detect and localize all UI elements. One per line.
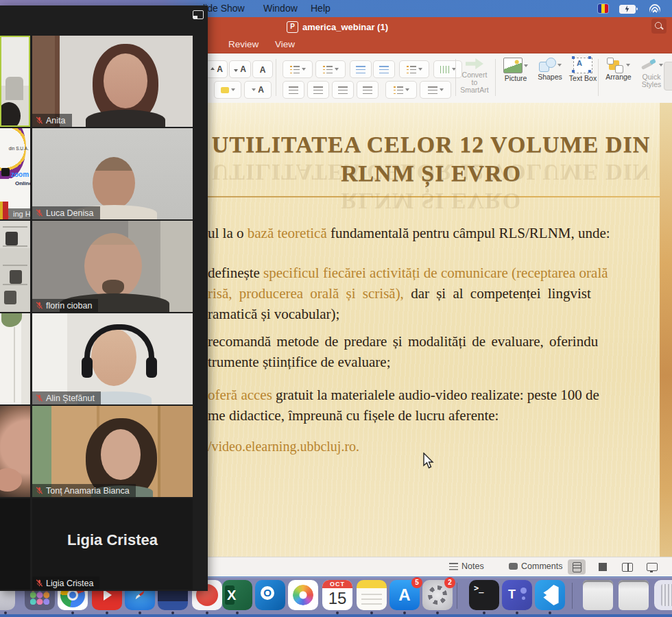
muted-mic-icon [36, 209, 43, 217]
dock-minimized-window[interactable] [619, 580, 649, 610]
line-spacing-button[interactable] [399, 60, 429, 78]
muted-mic-icon [3, 210, 10, 218]
gallery-view-icon[interactable] [193, 10, 204, 19]
align-text-button[interactable] [420, 81, 451, 99]
running-indicator [139, 612, 141, 614]
dock-icon-system-settings[interactable]: 2 [422, 580, 453, 610]
arrange-button[interactable]: Arrange [602, 58, 635, 97]
dock-icon-terminal[interactable] [469, 580, 499, 610]
align-right-button[interactable] [332, 81, 354, 99]
slide-text-line: recomandă metode de predare și modalităț… [208, 333, 598, 350]
running-indicator [483, 612, 485, 614]
arrange-icon [607, 58, 625, 72]
slide-sorter-button[interactable] [594, 559, 612, 574]
align-left-button[interactable] [283, 81, 304, 99]
slide-canvas: UTILITATEA CELOR 12 VOLUME DIN UTILITATE… [202, 103, 660, 557]
running-indicator [403, 612, 406, 614]
slide-text-line: risă, producerea orală și scrisă), dar ș… [208, 285, 591, 302]
menu-item-window[interactable]: Window [263, 3, 298, 14]
quick-styles-button[interactable]: Quick Styles [635, 58, 668, 97]
normal-view-button[interactable] [568, 559, 586, 574]
dock-icon-teams[interactable] [502, 580, 532, 610]
dock-icon-app-store[interactable]: 5 [389, 580, 420, 610]
participant-video[interactable]: Anita [32, 36, 193, 127]
wifi-icon[interactable] [649, 4, 661, 13]
dock-minimized-window[interactable] [583, 580, 613, 610]
logo-square [1, 168, 10, 176]
grow-font-button[interactable] [206, 60, 228, 78]
slide-text-line: trumente științifice de evaluare; [208, 354, 390, 371]
participant-video-partial[interactable] [0, 313, 30, 404]
quick-styles-icon [640, 58, 658, 72]
participant-label: florin cioban [32, 299, 98, 312]
participant-label: Alin Ștefănut [32, 391, 101, 404]
dock-icon-trash[interactable] [654, 580, 672, 610]
participant-video-partial[interactable] [0, 36, 30, 127]
shapes-icon [538, 58, 556, 72]
slide-title-line2: RLNM ȘI EVRO [202, 160, 660, 186]
desktop: america_webinar (1) Review View [0, 0, 672, 617]
menu-item-help[interactable]: Help [311, 3, 331, 14]
participant-video-partial[interactable]: din S.U.A. zoom Online ing H... [0, 128, 30, 219]
participant-video-partial[interactable] [0, 406, 30, 497]
participant-video-partial [0, 498, 30, 590]
tab-view[interactable]: View [275, 39, 295, 49]
menu-item-slide-show[interactable]: lide Show [203, 3, 245, 14]
slide-text-line: ramatică și vocabular); [208, 306, 339, 323]
comments-icon [509, 563, 518, 570]
dock-icon-outlook[interactable] [255, 580, 285, 610]
slide-url-line: /video.elearning.ubbcluj.ro. [208, 439, 359, 455]
participant-video[interactable]: Luca Denisa [32, 128, 193, 219]
shapes-button[interactable]: Shapes [533, 58, 566, 97]
numbering-button[interactable] [315, 60, 346, 78]
clear-formatting-button[interactable] [252, 60, 273, 78]
dock-icon-photos[interactable] [288, 580, 318, 610]
text-direction-button[interactable] [385, 81, 417, 99]
dock-icon-excel[interactable] [222, 580, 252, 610]
bullets-button[interactable] [283, 60, 313, 78]
settings-badge: 2 [444, 577, 455, 588]
normal-view-icon [573, 562, 581, 572]
participant-video[interactable]: florin cioban [32, 221, 193, 312]
slide-show-icon [647, 563, 658, 571]
reading-view-button[interactable] [619, 559, 636, 574]
running-indicator [549, 612, 551, 614]
running-indicator [516, 612, 518, 614]
align-center-button[interactable] [307, 81, 329, 99]
participant-video[interactable]: Alin Ștefănut [32, 313, 193, 404]
font-color-button[interactable] [244, 81, 272, 99]
running-indicator [436, 612, 439, 614]
dock-icon-notes[interactable] [357, 580, 387, 610]
input-source-flag-icon[interactable] [598, 4, 608, 13]
picture-button[interactable]: Picture [499, 58, 532, 97]
slide-title-line1: UTILITATEA CELOR 12 VOLUME DIN [202, 132, 660, 158]
text-box-button[interactable]: Text Box [566, 58, 599, 97]
participant-video[interactable]: Tonț Anamaria Bianca [32, 406, 193, 497]
highlight-color-button[interactable] [214, 81, 241, 99]
powerpoint-app-icon [287, 21, 298, 33]
justify-button[interactable] [357, 81, 379, 99]
battery-icon[interactable] [619, 5, 636, 14]
search-icon[interactable] [651, 19, 667, 34]
running-indicator [171, 612, 174, 614]
muted-mic-icon [36, 117, 43, 124]
dock-icon-calendar[interactable]: OCT 15 [322, 580, 352, 610]
convert-to-smartart-button[interactable]: Convert to SmartArt [458, 58, 491, 97]
slide-right-edge [660, 103, 672, 557]
increase-indent-button[interactable] [373, 60, 395, 78]
participant-video-partial[interactable] [0, 221, 30, 312]
smartart-icon [466, 58, 483, 70]
slide-text-line: me didactice, împreună cu fișele de lucr… [208, 407, 499, 424]
shrink-font-button[interactable] [229, 60, 251, 78]
decrease-indent-button[interactable] [350, 60, 372, 78]
slide-text-line: oferă acces gratuit la materialele audio… [208, 387, 599, 404]
dock-icon-vscode[interactable] [535, 580, 565, 610]
comments-toggle[interactable]: Comments [509, 561, 562, 571]
tab-review[interactable]: Review [228, 39, 259, 49]
slide-title-reflection: RLNM ȘI EVRO [202, 188, 660, 214]
slide-show-button[interactable] [643, 559, 661, 574]
document-title: america_webinar (1) [302, 22, 388, 32]
running-indicator [370, 612, 373, 614]
notes-toggle[interactable]: Notes [449, 561, 484, 571]
participant-video[interactable]: Ligia Cristea Ligia Cristea [32, 498, 193, 590]
